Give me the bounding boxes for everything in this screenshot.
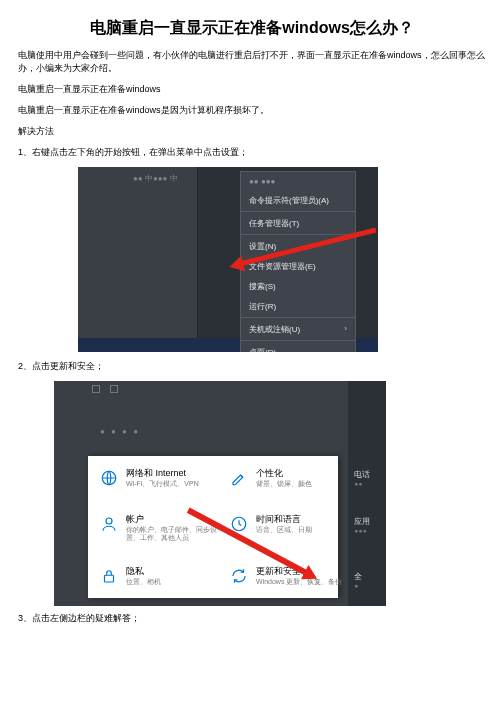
- settings-cat-privacy[interactable]: 隐私 位置、相机: [100, 566, 220, 586]
- side-cat-3-sub: ●: [354, 582, 358, 589]
- settings-cat-network[interactable]: 网络和 Internet Wi-Fi、飞行模式、VPN: [100, 468, 220, 488]
- cat-title: 个性化: [256, 468, 312, 478]
- side-cat-1: 电话: [354, 469, 370, 480]
- settings-panel: 网络和 Internet Wi-Fi、飞行模式、VPN 个性化 背景、锁屏、颜色…: [88, 456, 338, 598]
- svg-rect-3: [105, 576, 114, 583]
- cat-sub: 语音、区域、日期: [256, 526, 312, 535]
- user-icon: [100, 515, 118, 533]
- menu-separator: [241, 340, 355, 341]
- step-2: 2、点击更新和安全；: [18, 360, 486, 373]
- side-cat-2: 应用: [354, 516, 370, 527]
- cat-sub: 背景、锁屏、颜色: [256, 480, 312, 489]
- step-3: 3、点击左侧边栏的疑难解答；: [18, 612, 486, 625]
- paint-icon: [230, 469, 248, 487]
- cat-sub: Wi-Fi、飞行模式、VPN: [126, 480, 199, 489]
- hint-top: ●● 中●●● 中: [133, 173, 178, 184]
- line-4: 解决方法: [18, 125, 486, 138]
- screenshot-settings-window: 电话 ●● 应用 ●●● 全 ● ● ● ● ● 网络和 Internet Wi…: [54, 381, 386, 606]
- menu-item-dim[interactable]: ●● ●●●: [241, 172, 355, 190]
- line-2: 电脑重启一直显示正在准备windows: [18, 83, 486, 96]
- menu-item-desktop[interactable]: 桌面(D): [241, 342, 355, 352]
- side-cat-3: 全: [354, 571, 362, 582]
- menu-separator: [241, 317, 355, 318]
- settings-cat-personal[interactable]: 个性化 背景、锁屏、颜色: [230, 468, 350, 488]
- settings-cat-time[interactable]: 时间和语言 语音、区域、日期: [230, 514, 350, 534]
- menu-item-shutdown[interactable]: 关机或注销(U): [241, 319, 355, 339]
- menu-separator: [241, 234, 355, 235]
- update-icon: [230, 567, 248, 585]
- hint-bar: ● ● ● ●: [100, 427, 140, 436]
- cat-sub: Windows 更新、恢复、备份: [256, 578, 342, 587]
- cat-title: 时间和语言: [256, 514, 312, 524]
- cat-sub: 你的帐户、电子邮件、同步设置、工作、其他人员: [126, 526, 220, 544]
- globe-icon: [100, 469, 118, 487]
- side-cat-1-sub: ●●: [354, 480, 362, 487]
- cat-sub: 位置、相机: [126, 578, 161, 587]
- menu-item-search[interactable]: 搜索(S): [241, 276, 355, 296]
- line-3: 电脑重启一直显示正在准备windows是因为计算机程序损坏了。: [18, 104, 486, 117]
- page-title: 电脑重启一直显示正在准备windows怎么办？: [18, 18, 486, 39]
- intro-paragraph: 电脑使用中用户会碰到一些问题，有小伙伴的电脑进行重启后打不开，界面一直显示正在准…: [18, 49, 486, 75]
- window-top-buttons: [92, 385, 118, 393]
- cat-title: 网络和 Internet: [126, 468, 199, 478]
- win-btn: [110, 385, 118, 393]
- svg-point-1: [106, 518, 112, 524]
- screenshot-context-menu: ●● 中●●● 中 ●● ●●● 命令提示符(管理员)(A) 任务管理器(T) …: [78, 167, 378, 352]
- menu-item-run[interactable]: 运行(R): [241, 296, 355, 316]
- dark-side-column: 电话 ●● 应用 ●●● 全 ●: [348, 381, 386, 606]
- step-1: 1、右键点击左下角的开始按钮，在弹出菜单中点击设置；: [18, 146, 486, 159]
- win-btn: [92, 385, 100, 393]
- menu-item-cmd-admin[interactable]: 命令提示符(管理员)(A): [241, 190, 355, 210]
- menu-item-task-manager[interactable]: 任务管理器(T): [241, 213, 355, 233]
- menu-separator: [241, 211, 355, 212]
- settings-cat-update[interactable]: 更新和安全 Windows 更新、恢复、备份: [230, 566, 350, 586]
- lock-icon: [100, 567, 118, 585]
- side-cat-2-sub: ●●●: [354, 527, 367, 534]
- cat-title: 隐私: [126, 566, 161, 576]
